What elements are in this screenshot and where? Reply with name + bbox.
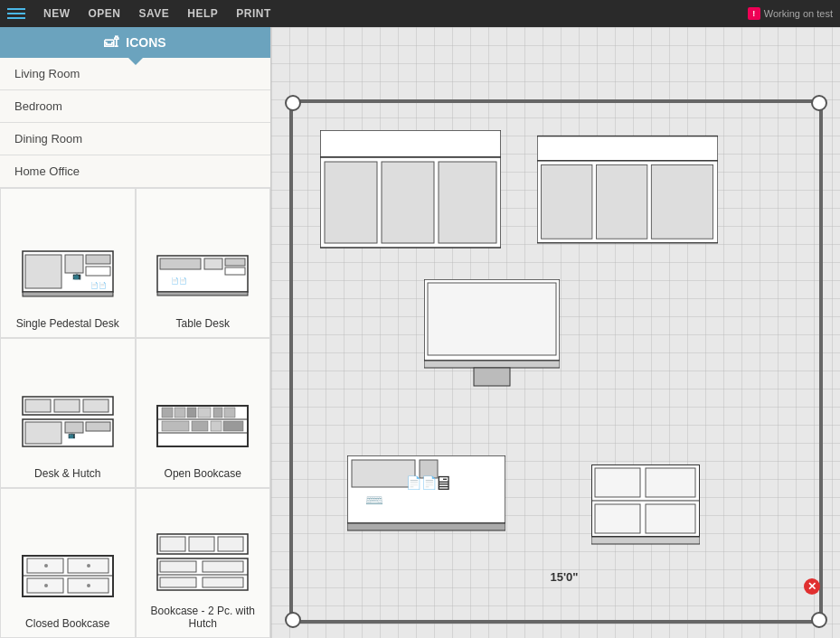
svg-rect-53 xyxy=(160,561,196,572)
save-button[interactable]: SAVE xyxy=(139,7,170,20)
svg-rect-64 xyxy=(542,164,592,239)
desk-hutch-label: Desk & Hutch xyxy=(34,467,100,480)
svg-rect-3 xyxy=(86,255,110,264)
bookcase-2pc-hutch-icon xyxy=(153,530,252,597)
svg-rect-68 xyxy=(428,283,556,355)
icons-grid: 📺 📄📄 Single Pedestal Desk 📄📄 Tabl xyxy=(0,188,270,638)
svg-rect-2 xyxy=(65,255,83,273)
svg-text:📺: 📺 xyxy=(68,431,76,439)
svg-rect-70 xyxy=(474,368,510,386)
svg-rect-56 xyxy=(203,577,243,587)
svg-rect-22 xyxy=(86,422,110,431)
single-pedestal-desk-icon: 📺 📄📄 xyxy=(18,242,118,310)
canvas-closed-bookcase[interactable] xyxy=(591,464,700,554)
svg-rect-84 xyxy=(591,537,700,544)
svg-rect-61 xyxy=(439,162,496,243)
desk-hutch-icon: 📺 xyxy=(18,392,118,460)
table-desk-label: Table Desk xyxy=(176,317,230,330)
svg-rect-16 xyxy=(25,399,51,412)
corner-handle-bl[interactable] xyxy=(285,612,301,628)
new-button[interactable]: NEW xyxy=(43,7,71,20)
svg-point-43 xyxy=(44,564,48,568)
svg-point-44 xyxy=(87,564,90,568)
svg-rect-33 xyxy=(162,421,189,431)
svg-text:📄📄: 📄📄 xyxy=(171,277,187,285)
svg-rect-31 xyxy=(213,408,222,418)
working-label: Working on test xyxy=(764,8,833,19)
svg-rect-9 xyxy=(160,258,201,269)
svg-point-46 xyxy=(87,584,90,587)
svg-rect-81 xyxy=(646,468,695,497)
icon-bookcase-2pc-hutch[interactable]: Bookcase - 2 Pc. with Hutch xyxy=(136,488,271,638)
canvas-tv[interactable] xyxy=(424,279,560,391)
open-bookcase-label: Open Bookcase xyxy=(165,467,241,480)
svg-rect-18 xyxy=(83,399,109,412)
icon-open-bookcase[interactable]: Open Bookcase xyxy=(136,338,271,488)
svg-text:📺: 📺 xyxy=(72,271,81,280)
sidebar-item-dining-room[interactable]: Dining Room xyxy=(0,123,270,155)
canvas-sofa-right[interactable] xyxy=(537,130,718,265)
help-button[interactable]: HELP xyxy=(187,7,218,20)
svg-rect-77 xyxy=(347,523,505,530)
toolbar: NEW OPEN SAVE HELP PRINT ! Working on te… xyxy=(0,0,840,27)
svg-rect-4 xyxy=(86,267,110,276)
icons-label: ICONS xyxy=(126,35,165,50)
table-desk-icon: 📄📄 xyxy=(153,242,252,310)
svg-rect-66 xyxy=(651,164,713,239)
svg-rect-65 xyxy=(596,164,647,239)
menu-icon[interactable] xyxy=(7,8,25,19)
open-button[interactable]: OPEN xyxy=(89,7,121,20)
svg-rect-60 xyxy=(382,162,434,243)
icon-closed-bookcase[interactable]: Closed Bookcase xyxy=(0,488,136,638)
icon-table-desk[interactable]: 📄📄 Table Desk xyxy=(136,188,271,338)
working-status: ! Working on test xyxy=(748,7,833,20)
svg-rect-83 xyxy=(646,504,695,533)
svg-rect-48 xyxy=(160,537,185,551)
sidebar: 🛋 ICONS Living Room Bedroom Dining Room … xyxy=(0,27,271,638)
main-layout: 🛋 ICONS Living Room Bedroom Dining Room … xyxy=(0,27,840,638)
print-button[interactable]: PRINT xyxy=(236,7,271,20)
delete-button[interactable]: ✕ xyxy=(804,578,820,595)
room-rectangle[interactable]: 15'0" 15'0" 13'6" 13'6" xyxy=(289,99,823,624)
svg-rect-12 xyxy=(225,267,245,275)
svg-text:📄📄: 📄📄 xyxy=(406,475,438,491)
closed-bookcase-label: Closed Bookcase xyxy=(25,617,109,630)
svg-rect-17 xyxy=(54,399,80,412)
icon-single-pedestal-desk[interactable]: 📺 📄📄 Single Pedestal Desk xyxy=(0,188,136,338)
bookcase-2pc-hutch-label: Bookcase - 2 Pc. with Hutch xyxy=(140,605,267,630)
svg-text:⌨️: ⌨️ xyxy=(365,492,383,509)
open-bookcase-icon xyxy=(153,392,252,460)
svg-rect-1 xyxy=(25,255,61,288)
sidebar-item-bedroom[interactable]: Bedroom xyxy=(0,90,270,123)
canvas-sofa-left[interactable] xyxy=(320,130,501,265)
corner-handle-tl[interactable] xyxy=(285,95,301,111)
svg-rect-11 xyxy=(225,258,245,266)
svg-rect-27 xyxy=(162,408,173,418)
corner-handle-br[interactable] xyxy=(811,612,827,628)
icons-header[interactable]: 🛋 ICONS xyxy=(0,27,270,58)
svg-rect-59 xyxy=(325,162,377,243)
svg-rect-34 xyxy=(192,421,208,431)
canvas-area: 15'0" 15'0" 13'6" 13'6" xyxy=(271,27,840,638)
couch-icon: 🛋 xyxy=(104,34,118,51)
svg-rect-69 xyxy=(424,361,560,368)
svg-rect-82 xyxy=(595,504,640,533)
svg-rect-57 xyxy=(320,130,501,157)
sidebar-item-home-office[interactable]: Home Office xyxy=(0,155,270,188)
svg-rect-36 xyxy=(223,421,243,431)
svg-rect-49 xyxy=(189,537,214,551)
svg-rect-29 xyxy=(187,408,196,418)
svg-rect-54 xyxy=(203,561,243,572)
icon-desk-hutch[interactable]: 📺 Desk & Hutch xyxy=(0,338,136,488)
canvas-desk[interactable]: 🖥 ⌨️ 📄📄 xyxy=(347,455,505,545)
svg-rect-35 xyxy=(211,421,222,431)
single-pedestal-desk-label: Single Pedestal Desk xyxy=(16,317,119,330)
svg-text:📄📄: 📄📄 xyxy=(90,281,107,289)
svg-rect-14 xyxy=(157,292,248,296)
closed-bookcase-icon xyxy=(18,542,118,610)
svg-rect-7 xyxy=(23,292,113,296)
dimension-left: 13'6" xyxy=(271,424,273,452)
corner-handle-tr[interactable] xyxy=(811,95,827,111)
svg-point-45 xyxy=(44,584,48,587)
svg-rect-30 xyxy=(198,408,211,418)
